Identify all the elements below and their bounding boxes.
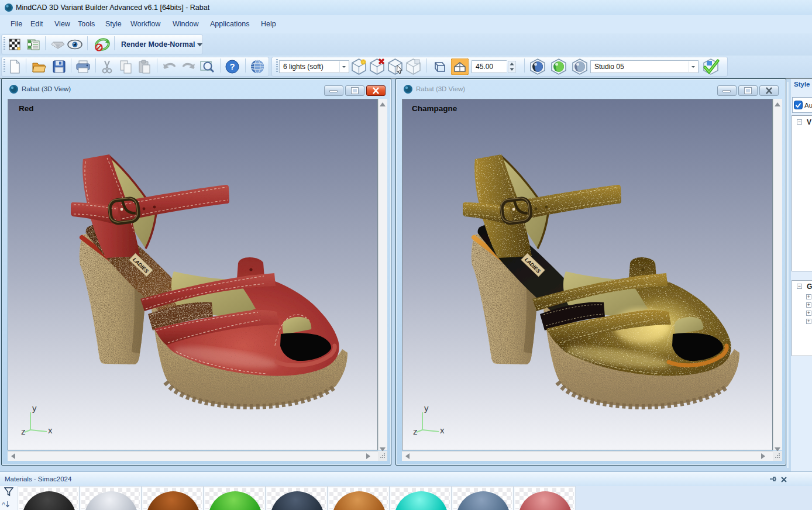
svg-text:z: z [21,426,26,436]
svg-text:A: A [2,501,5,506]
svg-text:x: x [48,425,53,435]
svg-text:x: x [440,425,445,435]
svg-text:y: y [32,403,37,413]
svg-text:?: ? [229,61,235,71]
svg-text:z: z [413,426,418,436]
svg-text:y: y [424,403,429,413]
